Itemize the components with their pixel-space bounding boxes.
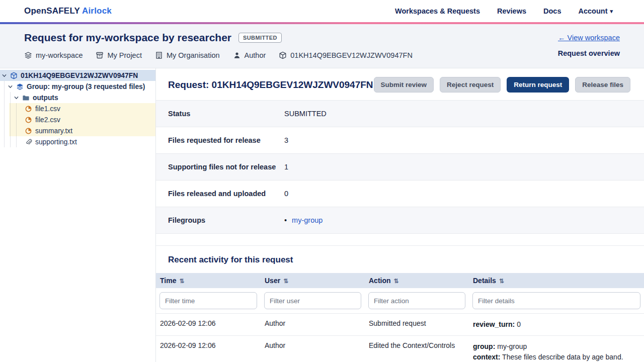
detail-label: Files requested for release bbox=[156, 136, 284, 144]
detail-value: 1 bbox=[284, 163, 288, 171]
activity-row: 2026-02-09 12:06 Author Edited the Conte… bbox=[156, 336, 644, 362]
request-header-row: Request: 01KH14Q9EBGEV12WJZWV0947FN Subm… bbox=[156, 68, 644, 100]
cube-icon bbox=[10, 72, 18, 79]
tree-item-label: supporting.txt bbox=[35, 138, 77, 146]
chart-file-icon bbox=[25, 127, 32, 135]
activity-filter-row bbox=[156, 288, 644, 314]
tree-item-label: outputs bbox=[33, 94, 58, 102]
detail-label: Filegroups bbox=[156, 216, 284, 224]
breadcrumb-request-id: 01KH14Q9EBGEV12WJZWV0947FN bbox=[279, 51, 413, 59]
bullet-icon: • bbox=[284, 216, 287, 224]
page-header-right: ← View workspace Request overview bbox=[558, 32, 620, 59]
file-tree-sidebar: 01KH14Q9EBGEV12WJZWV0947FN Group: my-gro… bbox=[0, 68, 156, 362]
project-icon bbox=[96, 51, 104, 59]
nav-workspaces-requests[interactable]: Workspaces & Requests bbox=[395, 7, 480, 15]
activity-time: 2026-02-09 12:06 bbox=[156, 336, 261, 362]
return-request-button[interactable]: Return request bbox=[507, 77, 569, 93]
tree-item-outputs-folder[interactable]: outputs bbox=[0, 92, 155, 103]
chart-file-icon bbox=[25, 105, 32, 113]
recent-activity-heading: Recent activity for this request bbox=[156, 246, 644, 273]
activity-user: Author bbox=[261, 314, 365, 336]
request-actions: Submit review Reject request Return requ… bbox=[374, 77, 630, 93]
page-title: Request for my-workspace by researcher bbox=[24, 32, 231, 44]
tree-item-file1[interactable]: file1.csv bbox=[9, 103, 155, 114]
chevron-down-icon[interactable] bbox=[2, 73, 7, 78]
cube-icon bbox=[279, 51, 287, 59]
user-icon bbox=[233, 51, 241, 59]
tree-item-request-root[interactable]: 01KH14Q9EBGEV12WJZWV0947FN bbox=[0, 70, 155, 81]
tree-item-file2[interactable]: file2.csv bbox=[9, 114, 155, 125]
detail-row-files-released: Files released and uploaded 0 bbox=[156, 180, 644, 207]
tree-item-summary[interactable]: summary.txt bbox=[9, 125, 155, 136]
organisation-icon bbox=[155, 51, 163, 59]
tree-guide-line bbox=[4, 81, 5, 147]
release-files-button[interactable]: Release files bbox=[575, 77, 630, 93]
activity-time: 2026-02-09 12:06 bbox=[156, 314, 261, 336]
activity-action: Submitted request bbox=[365, 314, 469, 336]
request-heading: Request: 01KH14Q9EBGEV12WJZWV0947FN bbox=[168, 79, 373, 90]
breadcrumb-project: My Project bbox=[96, 51, 142, 59]
chevron-down-icon[interactable] bbox=[14, 95, 19, 101]
main-panel: Request: 01KH14Q9EBGEV12WJZWV0947FN Subm… bbox=[156, 68, 644, 362]
tree-item-supporting[interactable]: supporting.txt bbox=[9, 136, 155, 147]
filter-user-input[interactable] bbox=[264, 292, 361, 309]
breadcrumb-workspace: my-workspace bbox=[24, 51, 83, 59]
content-area: 01KH14Q9EBGEV12WJZWV0947FN Group: my-gro… bbox=[0, 68, 644, 362]
view-workspace-link[interactable]: ← View workspace bbox=[558, 34, 620, 42]
request-details-table: Status SUBMITTED Files requested for rel… bbox=[156, 100, 644, 234]
status-badge: SUBMITTED bbox=[238, 33, 282, 43]
detail-label: Files released and uploaded bbox=[156, 190, 284, 198]
tree-guide-line bbox=[10, 92, 11, 147]
activity-table: Time⇅ User⇅ Action⇅ Details⇅ 2026-02-0 bbox=[156, 273, 644, 362]
brand-primary: OpenSAFELY bbox=[24, 6, 80, 16]
folder-icon bbox=[22, 94, 30, 102]
column-header-action: Action⇅ bbox=[365, 273, 469, 288]
filegroup-link[interactable]: my-group bbox=[292, 216, 323, 224]
chart-file-icon bbox=[25, 116, 32, 124]
detail-key: context: bbox=[473, 353, 500, 361]
activity-user: Author bbox=[261, 336, 365, 362]
column-header-user: User⇅ bbox=[261, 273, 365, 288]
nav-docs[interactable]: Docs bbox=[543, 7, 561, 15]
nav-account-menu[interactable]: Account ▾ bbox=[578, 7, 613, 15]
column-header-time: Time⇅ bbox=[156, 273, 261, 288]
filter-time-input[interactable] bbox=[159, 292, 257, 309]
sort-icon[interactable]: ⇅ bbox=[394, 278, 399, 285]
detail-val: These files describe data by age band. bbox=[502, 353, 623, 361]
activity-action: Edited the Context/Controls bbox=[365, 336, 469, 362]
sort-icon[interactable]: ⇅ bbox=[179, 278, 184, 285]
top-navbar: OpenSAFELY Airlock Workspaces & Requests… bbox=[0, 0, 644, 22]
page-header: Request for my-workspace by researcher S… bbox=[0, 24, 644, 68]
tree-guide-line bbox=[16, 103, 17, 147]
page-header-left: Request for my-workspace by researcher S… bbox=[24, 32, 413, 59]
detail-value: 0 bbox=[284, 190, 288, 198]
nav-reviews[interactable]: Reviews bbox=[497, 7, 526, 15]
column-header-details: Details⇅ bbox=[469, 273, 644, 288]
chevron-down-icon: ▾ bbox=[610, 8, 613, 15]
column-label: User bbox=[265, 277, 280, 285]
brand-secondary: Airlock bbox=[82, 6, 112, 16]
tree-item-group[interactable]: Group: my-group (3 requested files) bbox=[0, 81, 155, 92]
detail-row-supporting-files: Supporting files not for release 1 bbox=[156, 154, 644, 180]
breadcrumb-author-label: Author bbox=[245, 51, 266, 59]
column-label: Action bbox=[369, 277, 391, 285]
submit-review-button[interactable]: Submit review bbox=[374, 77, 434, 93]
tree-item-label: Group: my-group (3 requested files) bbox=[27, 83, 145, 90]
detail-label: Supporting files not for release bbox=[156, 163, 284, 171]
breadcrumb-author: Author bbox=[233, 51, 266, 59]
filter-details-input[interactable] bbox=[472, 292, 640, 309]
reject-request-button[interactable]: Reject request bbox=[440, 77, 501, 93]
breadcrumb-request-id-label: 01KH14Q9EBGEV12WJZWV0947FN bbox=[290, 51, 413, 59]
paperclip-icon bbox=[25, 138, 32, 146]
detail-row-filegroups: Filegroups • my-group bbox=[156, 207, 644, 234]
chevron-down-icon[interactable] bbox=[8, 84, 13, 89]
brand-logo[interactable]: OpenSAFELY Airlock bbox=[24, 6, 112, 16]
breadcrumb-organisation: My Organisation bbox=[155, 51, 220, 59]
activity-details: group: my-group context: These files des… bbox=[469, 336, 644, 362]
filter-action-input[interactable] bbox=[368, 292, 465, 309]
sort-icon[interactable]: ⇅ bbox=[283, 278, 288, 285]
detail-key: review_turn: bbox=[473, 320, 515, 328]
breadcrumb-organisation-label: My Organisation bbox=[167, 51, 220, 59]
sort-icon[interactable]: ⇅ bbox=[499, 278, 504, 285]
activity-header-row: Time⇅ User⇅ Action⇅ Details⇅ bbox=[156, 273, 644, 288]
